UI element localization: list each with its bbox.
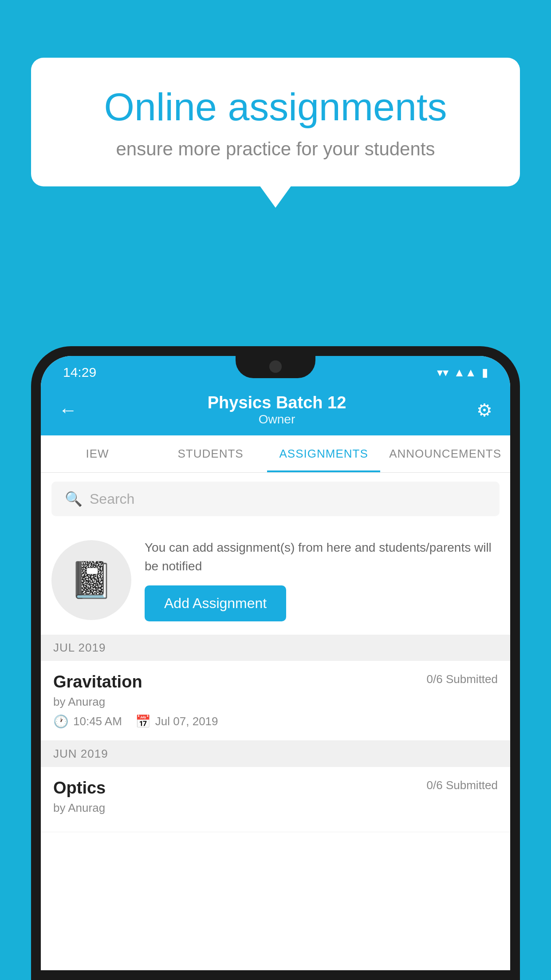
tabs-bar: IEW STUDENTS ASSIGNMENTS ANNOUNCEMENTS — [41, 435, 510, 473]
promo-icon-circle: 📓 — [51, 540, 131, 620]
status-icons: ▾▾ ▲▲ ▮ — [437, 366, 488, 379]
header-subtitle: Owner — [208, 412, 346, 427]
promo-text: You can add assignment(s) from here and … — [145, 538, 500, 576]
assignment-top-row-optics: Optics 0/6 Submitted — [53, 778, 498, 798]
tab-iew[interactable]: IEW — [41, 435, 154, 472]
meta-date-text: Jul 07, 2019 — [155, 715, 218, 728]
phone-camera — [269, 360, 282, 373]
assignment-by-gravitation: by Anurag — [53, 695, 498, 709]
phone-screen: 14:29 ▾▾ ▲▲ ▮ ← Physics Batch 12 Owner ⚙… — [41, 356, 510, 970]
clock-icon: 🕐 — [53, 714, 69, 729]
meta-time-gravitation: 🕐 10:45 AM — [53, 714, 122, 729]
assignment-top-row: Gravitation 0/6 Submitted — [53, 672, 498, 692]
phone-outer: 14:29 ▾▾ ▲▲ ▮ ← Physics Batch 12 Owner ⚙… — [31, 346, 520, 980]
assignment-title-optics: Optics — [53, 778, 106, 798]
add-assignment-button[interactable]: Add Assignment — [145, 585, 286, 621]
section-header-jul: JUL 2019 — [41, 635, 510, 661]
tab-announcements[interactable]: ANNOUNCEMENTS — [380, 435, 510, 472]
status-time: 14:29 — [63, 365, 96, 380]
back-button[interactable]: ← — [59, 399, 77, 421]
phone-notch — [236, 356, 315, 378]
calendar-icon: 📅 — [135, 714, 151, 729]
section-label-jun: JUN 2019 — [53, 747, 108, 760]
signal-icon: ▲▲ — [454, 366, 476, 379]
assignment-title-gravitation: Gravitation — [53, 672, 142, 692]
speech-bubble-section: Online assignments ensure more practice … — [31, 58, 520, 186]
promo-content: You can add assignment(s) from here and … — [145, 538, 500, 621]
section-label-jul: JUL 2019 — [53, 641, 106, 654]
meta-time-text: 10:45 AM — [73, 715, 122, 728]
notebook-icon: 📓 — [69, 559, 114, 601]
speech-bubble-subtitle: ensure more practice for your students — [67, 138, 484, 160]
battery-icon: ▮ — [482, 366, 488, 379]
tab-students[interactable]: STUDENTS — [154, 435, 267, 472]
meta-date-gravitation: 📅 Jul 07, 2019 — [135, 714, 218, 729]
search-icon: 🔍 — [65, 490, 83, 507]
submitted-badge-gravitation: 0/6 Submitted — [427, 672, 498, 686]
search-box[interactable]: 🔍 Search — [51, 482, 500, 516]
app-header: ← Physics Batch 12 Owner ⚙ — [41, 385, 510, 435]
assignment-meta-gravitation: 🕐 10:45 AM 📅 Jul 07, 2019 — [53, 714, 498, 729]
speech-bubble-title: Online assignments — [67, 84, 484, 130]
promo-section: 📓 You can add assignment(s) from here an… — [41, 525, 510, 635]
assignment-by-optics: by Anurag — [53, 801, 498, 815]
header-title: Physics Batch 12 — [208, 393, 346, 412]
content-area: 🔍 Search 📓 You can add assignment(s) fro… — [41, 473, 510, 970]
tab-assignments[interactable]: ASSIGNMENTS — [267, 435, 380, 472]
phone-wrapper: 14:29 ▾▾ ▲▲ ▮ ← Physics Batch 12 Owner ⚙… — [31, 346, 520, 980]
speech-bubble: Online assignments ensure more practice … — [31, 58, 520, 186]
assignment-item-gravitation[interactable]: Gravitation 0/6 Submitted by Anurag 🕐 10… — [41, 661, 510, 741]
assignment-item-optics[interactable]: Optics 0/6 Submitted by Anurag — [41, 767, 510, 832]
section-header-jun: JUN 2019 — [41, 741, 510, 767]
wifi-icon: ▾▾ — [437, 366, 449, 379]
settings-button[interactable]: ⚙ — [476, 400, 492, 420]
submitted-badge-optics: 0/6 Submitted — [427, 778, 498, 792]
search-container: 🔍 Search — [41, 473, 510, 525]
search-placeholder: Search — [90, 491, 134, 507]
header-title-block: Physics Batch 12 Owner — [208, 393, 346, 427]
